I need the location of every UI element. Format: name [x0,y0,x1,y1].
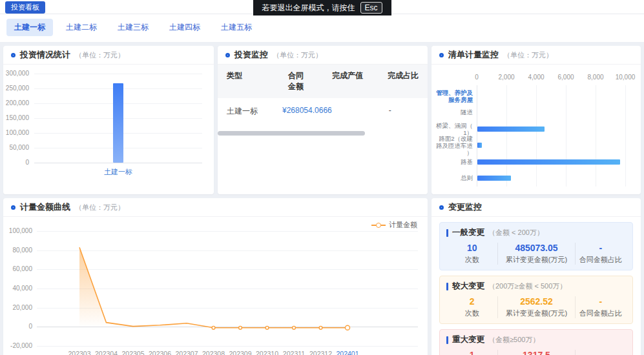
major-change-count: 2 [446,296,497,307]
count-label: 次数 [446,255,497,265]
card-general-change: 一般变更 （金额 < 200万） 10次数 485073.05累计变更金额(万元… [439,222,633,270]
y-axis-tick: 50,000 [3,144,29,151]
dashboard-button[interactable]: 投资看板 [5,1,45,14]
panel-change-monitor: 变更监控 一般变更 （金额 < 200万） 10次数 485073.05累计变更… [431,198,641,355]
x-axis-tick: 2,000 [492,74,521,81]
tab-civil-5[interactable]: 土建五标 [213,19,260,36]
change-cards: 一般变更 （金额 < 200万） 10次数 485073.05累计变更金额(万元… [431,217,641,355]
data-point-marker[interactable] [293,326,296,329]
table-header-row: 类型 合同金额 完成产值 完成占比 [218,65,428,98]
panel-investment-monitor: 投资监控 （单位：万元） 类型 合同金额 完成产值 完成占比 土建一标 ¥268… [218,46,428,194]
bar-土建一标[interactable] [113,83,123,163]
panel-list-measure: 清单计量监控 （单位：万元） 02,0004,0006,0008,00010,0… [431,46,641,194]
measure-hbar-chart: 02,0004,0006,0008,00010,000管理、养护及 服务房屋隧道… [431,65,641,194]
fullscreen-tip-text: 若要退出全屏模式，请按住 [262,3,355,14]
x-axis-tick: 0 [462,74,491,81]
ratio-label: 合同金额占比 [576,255,626,265]
cell-contract-amount[interactable]: ¥268054.0666 [282,106,332,117]
bar-路基[interactable] [477,159,620,165]
y-category-label[interactable]: 桥梁、涵洞（ 1） [433,122,473,136]
panel-title: 计量金额曲线 [20,201,70,213]
tab-civil-3[interactable]: 土建三标 [110,19,156,36]
amount-label: 累计变更金额(万元) [498,255,574,265]
data-point-marker[interactable] [265,326,269,329]
tab-civil-2[interactable]: 土建二标 [58,19,105,36]
data-point-marker[interactable] [239,326,242,329]
gridline [34,163,202,163]
gridline [477,85,477,187]
investment-monitor-table: 类型 合同金额 完成产值 完成占比 土建一标 ¥268054.0666 - [218,65,428,194]
y-category-label[interactable]: 管理、养护及 服务房屋 [433,89,473,103]
panel-unit: （单位：万元） [75,203,125,212]
panel-change-monitor-header: 变更监控 [431,198,641,217]
card-critical-change: 重大变更 （金额≥500万） 1次数 1317.5累计变更金额(万元) -合同金… [439,329,633,355]
bar-桥梁、涵洞（1）[interactable] [477,127,545,132]
major-change-ratio: - [576,296,626,307]
ring-icon [11,53,16,57]
panel-measure-curve: 计量金额曲线 （单位：万元） 计量金额 -20,000020,00040,000… [3,198,428,355]
panel-title: 投资情况统计 [20,49,70,61]
y-category-label[interactable]: 隧道 [433,108,473,116]
cell-completion-ratio [391,106,428,117]
card-condition: （金额 < 200万） [488,228,544,238]
y-axis-tick: 300,000 [3,70,29,77]
measure-line-chart: 计量金额 -20,000020,00040,00060,00080,000100… [3,217,428,355]
panel-list-measure-header: 清单计量监控 （单位：万元） [431,46,641,65]
col-header-completion-ratio: 完成占比 [363,70,419,92]
panel-title: 变更监控 [448,201,482,213]
ring-icon [439,53,444,57]
card-accent-bar [446,229,448,237]
card-condition: （金额≥500万） [488,335,539,345]
panel-unit: （单位：万元） [75,50,125,60]
card-accent-bar [446,336,448,344]
measure-amount-line[interactable] [79,247,348,328]
y-axis-tick: 200,000 [3,99,29,107]
card-major-change: 较大变更 （200万≥金额 < 500万） 2次数 2562.52累计变更金额(… [439,276,633,324]
panel-title: 投资监控 [234,49,268,61]
ring-icon [225,53,230,57]
major-change-amount: 2562.52 [498,296,574,307]
cell-type: 土建一标 [227,106,282,117]
panel-investment-stats: 投资情况统计 （单位：万元） 050,000100,000150,000200,… [3,46,214,194]
cell-completed-value: - [332,106,391,117]
gridline [536,85,537,187]
tab-civil-1[interactable]: 土建一标 [6,19,53,36]
gridline [596,85,596,187]
col-header-contract-amount: 合同金额 [282,70,304,92]
gridline [566,85,566,187]
bar-总则[interactable] [477,176,511,181]
fullscreen-exit-tooltip: 若要退出全屏模式，请按住 Esc [253,0,391,15]
data-point-marker[interactable] [319,326,322,329]
panel-title: 清单计量监控 [448,49,499,61]
top-bar: 投资看板 若要退出全屏模式，请按住 Esc [0,0,644,14]
line-area-fill [79,247,348,328]
data-point-marker[interactable] [346,325,350,330]
table-row: 土建一标 ¥268054.0666 - [218,98,428,125]
y-category-label[interactable]: 总则 [433,174,473,181]
ratio-label: 合同金额占比 [576,309,626,318]
x-category-label[interactable]: 土建一标 [92,167,144,177]
critical-change-ratio: - [576,350,626,355]
y-axis-tick: 0 [3,159,29,166]
bar-路面2（改建路及匝道车道）[interactable] [477,143,482,148]
panel-measure-curve-header: 计量金额曲线 （单位：万元） [3,198,428,217]
y-axis-tick: 250,000 [3,85,29,92]
card-accent-bar [446,283,448,290]
ring-icon [439,205,444,210]
tab-civil-4[interactable]: 土建四标 [161,19,208,36]
data-point-marker[interactable] [212,326,215,329]
general-change-amount: 485073.05 [498,243,574,253]
y-axis-tick: 150,000 [3,114,29,121]
section-tabs: 土建一标 土建二标 土建三标 土建四标 土建五标 [0,14,644,42]
gridline [625,85,626,187]
measure-line-svg [3,217,426,355]
col-header-completed-value: 完成产值 [304,70,363,92]
gridline [506,85,507,187]
card-title: 重大变更 [452,334,484,345]
general-change-ratio: - [576,243,626,253]
card-title: 一般变更 [452,227,484,238]
panel-unit: （单位：万元） [503,50,553,60]
y-category-label[interactable]: 路面2（改建 路及匝道车道 ） [433,135,473,156]
horizontal-scrollbar[interactable] [218,131,365,136]
y-category-label[interactable]: 路基 [433,158,473,165]
